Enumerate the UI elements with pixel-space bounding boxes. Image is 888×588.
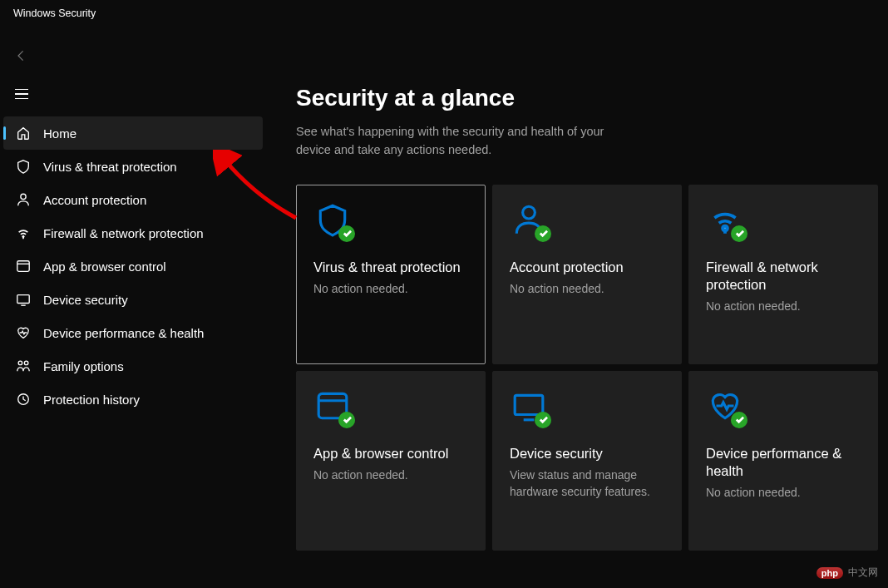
sidebar-item-label: Protection history — [43, 393, 140, 407]
person-icon — [15, 191, 32, 208]
sidebar-item-browser[interactable]: App & browser control — [3, 250, 263, 283]
hamburger-icon[interactable] — [15, 82, 40, 106]
card-status: No action needed. — [510, 281, 664, 298]
history-icon — [15, 391, 32, 408]
shield-icon — [313, 200, 352, 239]
sidebar-item-label: Family options — [43, 359, 124, 373]
page-subtitle: See what's happening with the security a… — [296, 123, 612, 160]
card-device[interactable]: Device securityView status and manage ha… — [492, 371, 682, 551]
ok-badge-icon — [535, 225, 551, 242]
card-title: Device performance & health — [706, 445, 861, 481]
heart-icon — [706, 387, 744, 425]
card-title: Account protection — [510, 259, 664, 276]
ok-badge-icon — [731, 412, 747, 428]
ok-badge-icon — [338, 412, 355, 428]
card-status: View status and manage hardware security… — [510, 467, 664, 500]
person-icon — [510, 200, 548, 239]
sidebar-item-person[interactable]: Account protection — [3, 183, 263, 216]
browser-icon — [15, 258, 32, 274]
sidebar-item-label: Account protection — [43, 193, 146, 207]
device-icon — [15, 291, 32, 308]
sidebar-item-home[interactable]: Home — [3, 116, 263, 150]
card-wifi[interactable]: Firewall & network protectionNo action n… — [688, 185, 878, 364]
ok-badge-icon — [535, 412, 551, 428]
card-title: Device security — [510, 445, 664, 462]
browser-icon — [313, 387, 352, 425]
watermark: php 中文网 — [816, 566, 878, 580]
card-title: Virus & threat protection — [313, 259, 468, 276]
card-title: App & browser control — [313, 445, 468, 462]
ok-badge-icon — [731, 225, 747, 242]
sidebar-item-device[interactable]: Device security — [3, 283, 263, 316]
sidebar-item-wifi[interactable]: Firewall & network protection — [3, 216, 263, 250]
sidebar-item-shield[interactable]: Virus & threat protection — [3, 150, 263, 183]
sidebar-item-label: Virus & threat protection — [43, 160, 177, 174]
card-status: No action needed. — [313, 281, 468, 298]
sidebar-item-label: Device performance & health — [43, 326, 204, 340]
wifi-icon — [15, 225, 32, 241]
page-title: Security at a glance — [296, 85, 858, 111]
sidebar-item-label: Firewall & network protection — [43, 226, 204, 240]
card-heart[interactable]: Device performance & healthNo action nee… — [688, 371, 878, 551]
card-status: No action needed. — [313, 467, 468, 484]
main-content: Security at a glance See what's happenin… — [266, 27, 888, 588]
home-icon — [15, 125, 32, 141]
sidebar-item-family[interactable]: Family options — [3, 349, 263, 383]
family-icon — [15, 358, 32, 374]
sidebar-item-label: Home — [43, 126, 76, 141]
card-title: Firewall & network protection — [706, 259, 861, 294]
sidebar-item-history[interactable]: Protection history — [3, 383, 263, 416]
sidebar-item-label: App & browser control — [43, 259, 166, 274]
sidebar: HomeVirus & threat protectionAccount pro… — [0, 27, 266, 588]
card-browser[interactable]: App & browser controlNo action needed. — [296, 371, 486, 551]
heart-icon — [15, 324, 32, 341]
back-button[interactable] — [15, 43, 40, 68]
window-title: Windows Security — [0, 0, 888, 27]
shield-icon — [15, 158, 32, 175]
card-status: No action needed. — [706, 299, 861, 315]
sidebar-item-label: Device security — [43, 293, 128, 307]
card-status: No action needed. — [706, 485, 861, 502]
device-icon — [510, 387, 548, 425]
card-shield[interactable]: Virus & threat protectionNo action neede… — [296, 185, 486, 364]
ok-badge-icon — [338, 225, 355, 242]
card-person[interactable]: Account protectionNo action needed. — [492, 185, 682, 364]
sidebar-item-heart[interactable]: Device performance & health — [3, 316, 263, 349]
wifi-icon — [706, 200, 744, 239]
